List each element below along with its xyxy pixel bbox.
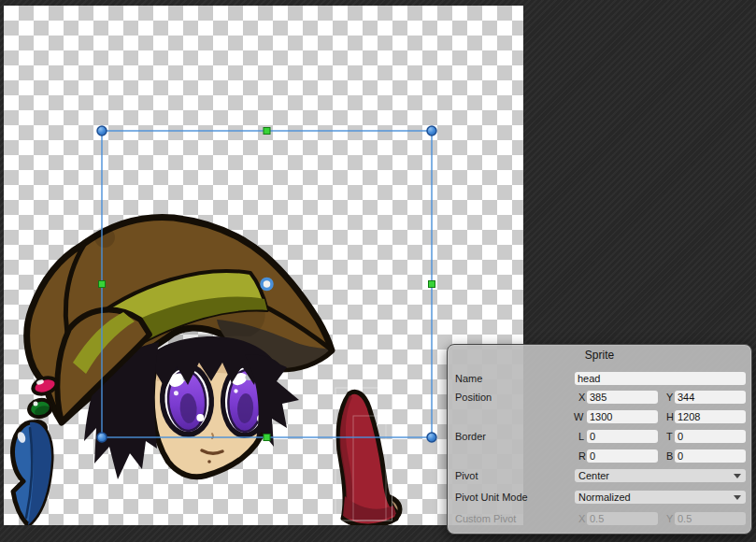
pivot-unit-mode-value: Normalized (578, 492, 631, 503)
border-r-label: R (578, 450, 586, 462)
border-b-input[interactable] (675, 449, 746, 463)
border-row-lt: Border L T (448, 430, 751, 443)
border-l-label: L (578, 431, 584, 442)
position-row-wh: W H (448, 410, 751, 423)
sleeve-sprite-artwork[interactable] (338, 392, 400, 525)
pivot-label: Pivot (455, 470, 478, 481)
pivot-unit-mode-row: Pivot Unit Mode Normalized (448, 491, 751, 504)
custom-pivot-y-label: Y (666, 513, 673, 524)
panel-title: Sprite (448, 349, 751, 362)
width-label: W (574, 411, 583, 422)
selection-handle-top-right[interactable] (427, 126, 436, 136)
selection-handle-left-mid[interactable] (99, 281, 106, 288)
border-t-input[interactable] (675, 430, 746, 443)
selection-handle-top-mid[interactable] (264, 128, 270, 135)
border-b-label: B (666, 450, 673, 462)
pivot-handle[interactable] (262, 279, 272, 290)
custom-pivot-x-input (587, 512, 658, 525)
name-input[interactable] (575, 372, 746, 385)
custom-pivot-row: Custom Pivot X Y (448, 512, 751, 525)
selection-handle-right-mid[interactable] (429, 281, 435, 288)
custom-pivot-x-label: X (578, 513, 585, 524)
border-r-input[interactable] (587, 449, 658, 463)
selection-handle-top-left[interactable] (97, 126, 107, 136)
name-row: Name (448, 372, 751, 385)
border-label: Border (455, 431, 486, 442)
custom-pivot-label: Custom Pivot (455, 513, 516, 524)
sprite-inspector-panel: Sprite Name Position X Y W H Border L T … (447, 344, 752, 535)
border-l-input[interactable] (587, 430, 658, 443)
position-y-label: Y (666, 392, 673, 403)
position-x-label: X (578, 392, 585, 403)
position-x-input[interactable] (587, 391, 658, 404)
border-row-rb: R B (448, 449, 751, 463)
sprite-editor-artwork-layer (4, 6, 523, 525)
position-label: Position (455, 392, 492, 403)
width-input[interactable] (587, 410, 658, 423)
selection-handle-bottom-right[interactable] (427, 433, 436, 442)
head-sprite-artwork[interactable] (13, 217, 332, 525)
pivot-unit-mode-dropdown[interactable]: Normalized (575, 491, 746, 504)
selection-handle-bottom-mid[interactable] (264, 435, 270, 441)
feather (13, 422, 52, 525)
position-y-input[interactable] (675, 391, 746, 404)
height-label: H (666, 411, 674, 422)
pivot-value: Center (578, 470, 609, 481)
dropdown-arrow-icon (734, 495, 741, 500)
custom-pivot-y-input (675, 512, 746, 525)
position-row-xy: Position X Y (448, 391, 751, 404)
dropdown-arrow-icon (734, 474, 741, 478)
pivot-unit-mode-label: Pivot Unit Mode (455, 492, 528, 503)
border-t-label: T (666, 431, 673, 442)
pivot-row: Pivot Center (448, 469, 751, 482)
height-input[interactable] (675, 410, 746, 423)
selection-handle-bottom-left[interactable] (97, 433, 107, 442)
pivot-dropdown[interactable]: Center (575, 469, 746, 482)
name-label: Name (455, 373, 482, 384)
